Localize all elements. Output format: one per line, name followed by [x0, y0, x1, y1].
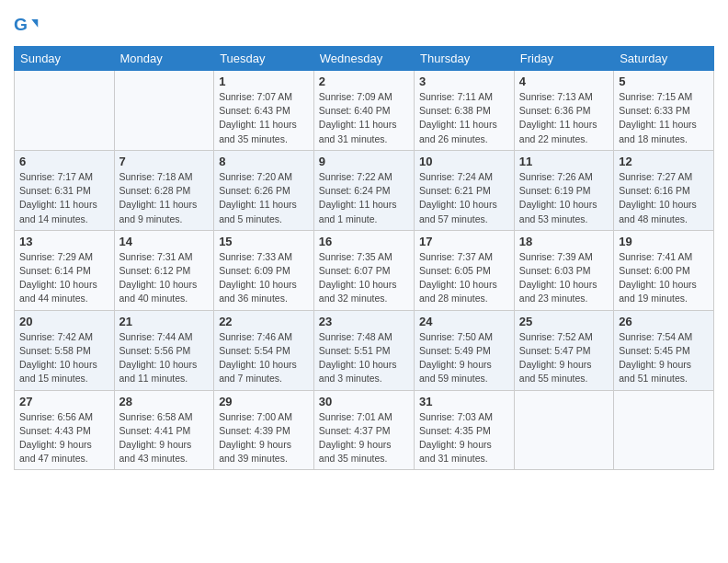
day-number: 23 [319, 315, 409, 328]
day-number: 18 [519, 235, 609, 248]
calendar-cell: 27Sunrise: 6:56 AMSunset: 4:43 PMDayligh… [15, 390, 115, 470]
calendar-cell: 16Sunrise: 7:35 AMSunset: 6:07 PMDayligh… [313, 230, 414, 310]
day-info: Sunrise: 7:18 AMSunset: 6:28 PMDaylight:… [119, 171, 198, 224]
day-info: Sunrise: 7:11 AMSunset: 6:38 PMDaylight:… [419, 91, 497, 144]
weekday-header: Thursday [415, 47, 515, 71]
weekday-header-row: SundayMondayTuesdayWednesdayThursdayFrid… [15, 47, 714, 71]
calendar-cell: 2Sunrise: 7:09 AMSunset: 6:40 PMDaylight… [313, 71, 414, 151]
day-info: Sunrise: 7:31 AMSunset: 6:12 PMDaylight:… [119, 251, 198, 304]
weekday-header: Tuesday [214, 47, 314, 71]
day-number: 2 [319, 75, 409, 88]
day-number: 8 [219, 155, 309, 168]
svg-text:G: G [14, 15, 28, 34]
day-info: Sunrise: 7:44 AMSunset: 5:56 PMDaylight:… [119, 331, 198, 385]
calendar-cell: 22Sunrise: 7:46 AMSunset: 5:54 PMDayligh… [214, 310, 314, 390]
day-number: 16 [319, 235, 409, 248]
calendar-cell: 21Sunrise: 7:44 AMSunset: 5:56 PMDayligh… [114, 310, 214, 390]
calendar-cell: 1Sunrise: 7:07 AMSunset: 6:43 PMDaylight… [214, 71, 314, 151]
day-info: Sunrise: 7:39 AMSunset: 6:03 PMDaylight:… [519, 251, 597, 304]
calendar-cell: 30Sunrise: 7:01 AMSunset: 4:37 PMDayligh… [313, 390, 414, 470]
day-number: 26 [619, 315, 709, 328]
day-info: Sunrise: 7:41 AMSunset: 6:00 PMDaylight:… [619, 251, 697, 304]
day-info: Sunrise: 7:20 AMSunset: 6:26 PMDaylight:… [219, 171, 297, 224]
calendar-cell: 9Sunrise: 7:22 AMSunset: 6:24 PMDaylight… [313, 150, 414, 230]
calendar-cell [614, 390, 714, 470]
day-number: 3 [419, 75, 509, 88]
weekday-header: Saturday [614, 47, 714, 71]
day-info: Sunrise: 7:48 AMSunset: 5:51 PMDaylight:… [319, 331, 397, 385]
calendar-cell: 25Sunrise: 7:52 AMSunset: 5:47 PMDayligh… [514, 310, 613, 390]
calendar-cell: 17Sunrise: 7:37 AMSunset: 6:05 PMDayligh… [415, 230, 515, 310]
calendar-week-row: 27Sunrise: 6:56 AMSunset: 4:43 PMDayligh… [15, 390, 714, 470]
day-number: 9 [319, 155, 409, 168]
calendar-cell: 5Sunrise: 7:15 AMSunset: 6:33 PMDaylight… [614, 71, 714, 151]
calendar-cell: 6Sunrise: 7:17 AMSunset: 6:31 PMDaylight… [15, 150, 115, 230]
day-number: 12 [619, 155, 709, 168]
day-info: Sunrise: 7:37 AMSunset: 6:05 PMDaylight:… [419, 251, 497, 304]
calendar-cell: 28Sunrise: 6:58 AMSunset: 4:41 PMDayligh… [114, 390, 214, 470]
day-number: 20 [19, 315, 109, 328]
day-info: Sunrise: 7:27 AMSunset: 6:16 PMDaylight:… [619, 171, 697, 224]
weekday-header: Monday [114, 47, 214, 71]
day-info: Sunrise: 7:29 AMSunset: 6:14 PMDaylight:… [19, 251, 97, 304]
day-info: Sunrise: 7:03 AMSunset: 4:35 PMDaylight:… [419, 411, 493, 465]
day-info: Sunrise: 7:17 AMSunset: 6:31 PMDaylight:… [19, 171, 97, 224]
day-number: 11 [519, 155, 609, 168]
calendar-cell: 31Sunrise: 7:03 AMSunset: 4:35 PMDayligh… [415, 390, 515, 470]
calendar-cell: 12Sunrise: 7:27 AMSunset: 6:16 PMDayligh… [614, 150, 714, 230]
calendar-cell [514, 390, 613, 470]
day-info: Sunrise: 7:24 AMSunset: 6:21 PMDaylight:… [419, 171, 497, 224]
day-number: 29 [219, 395, 309, 408]
day-number: 22 [219, 315, 309, 328]
calendar-cell: 26Sunrise: 7:54 AMSunset: 5:45 PMDayligh… [614, 310, 714, 390]
calendar-cell: 8Sunrise: 7:20 AMSunset: 6:26 PMDaylight… [214, 150, 314, 230]
day-number: 5 [619, 75, 709, 88]
calendar-cell: 10Sunrise: 7:24 AMSunset: 6:21 PMDayligh… [415, 150, 515, 230]
day-info: Sunrise: 7:54 AMSunset: 5:45 PMDaylight:… [619, 331, 692, 385]
calendar-cell [114, 71, 214, 151]
calendar-cell: 13Sunrise: 7:29 AMSunset: 6:14 PMDayligh… [15, 230, 115, 310]
day-info: Sunrise: 7:07 AMSunset: 6:43 PMDaylight:… [219, 91, 297, 144]
day-number: 10 [419, 155, 509, 168]
day-info: Sunrise: 7:50 AMSunset: 5:49 PMDaylight:… [419, 331, 493, 385]
day-number: 25 [519, 315, 609, 328]
logo-icon: G [14, 13, 40, 39]
day-number: 21 [119, 315, 210, 328]
day-info: Sunrise: 6:58 AMSunset: 4:41 PMDaylight:… [119, 411, 193, 465]
day-number: 1 [219, 75, 309, 88]
svg-marker-1 [31, 19, 38, 28]
day-info: Sunrise: 7:09 AMSunset: 6:40 PMDaylight:… [319, 91, 397, 144]
day-number: 30 [319, 395, 409, 408]
calendar-week-row: 20Sunrise: 7:42 AMSunset: 5:58 PMDayligh… [15, 310, 714, 390]
day-number: 14 [119, 235, 210, 248]
weekday-header: Wednesday [313, 47, 414, 71]
day-info: Sunrise: 7:15 AMSunset: 6:33 PMDaylight:… [619, 91, 697, 144]
day-number: 15 [219, 235, 309, 248]
calendar-cell: 23Sunrise: 7:48 AMSunset: 5:51 PMDayligh… [313, 310, 414, 390]
day-info: Sunrise: 7:00 AMSunset: 4:39 PMDaylight:… [219, 411, 292, 465]
day-info: Sunrise: 7:33 AMSunset: 6:09 PMDaylight:… [219, 251, 297, 304]
calendar-week-row: 1Sunrise: 7:07 AMSunset: 6:43 PMDaylight… [15, 71, 714, 151]
day-number: 4 [519, 75, 609, 88]
calendar-cell: 7Sunrise: 7:18 AMSunset: 6:28 PMDaylight… [114, 150, 214, 230]
logo: G [14, 13, 41, 39]
day-number: 13 [19, 235, 109, 248]
calendar-week-row: 13Sunrise: 7:29 AMSunset: 6:14 PMDayligh… [15, 230, 714, 310]
weekday-header: Sunday [15, 47, 115, 71]
day-number: 27 [19, 395, 109, 408]
day-info: Sunrise: 7:42 AMSunset: 5:58 PMDaylight:… [19, 331, 97, 385]
day-info: Sunrise: 7:35 AMSunset: 6:07 PMDaylight:… [319, 251, 397, 304]
day-info: Sunrise: 7:52 AMSunset: 5:47 PMDaylight:… [519, 331, 593, 385]
day-info: Sunrise: 7:22 AMSunset: 6:24 PMDaylight:… [319, 171, 397, 224]
day-info: Sunrise: 7:13 AMSunset: 6:36 PMDaylight:… [519, 91, 597, 144]
calendar-cell: 19Sunrise: 7:41 AMSunset: 6:00 PMDayligh… [614, 230, 714, 310]
day-info: Sunrise: 6:56 AMSunset: 4:43 PMDaylight:… [19, 411, 93, 465]
calendar-cell: 11Sunrise: 7:26 AMSunset: 6:19 PMDayligh… [514, 150, 613, 230]
calendar-week-row: 6Sunrise: 7:17 AMSunset: 6:31 PMDaylight… [15, 150, 714, 230]
day-number: 28 [119, 395, 210, 408]
calendar-cell: 20Sunrise: 7:42 AMSunset: 5:58 PMDayligh… [15, 310, 115, 390]
calendar-table: SundayMondayTuesdayWednesdayThursdayFrid… [14, 46, 714, 470]
day-number: 6 [19, 155, 109, 168]
day-number: 7 [119, 155, 210, 168]
calendar-cell: 18Sunrise: 7:39 AMSunset: 6:03 PMDayligh… [514, 230, 613, 310]
